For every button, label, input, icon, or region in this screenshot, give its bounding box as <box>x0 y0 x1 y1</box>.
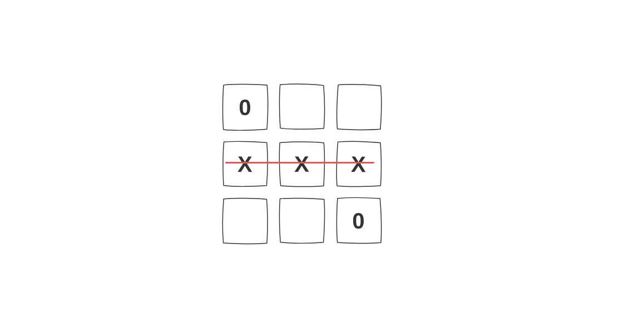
cell-0-1[interactable] <box>276 81 328 133</box>
cell-mark: X <box>351 153 366 175</box>
cell-2-2[interactable]: 0 <box>333 195 385 247</box>
cell-mark: X <box>294 153 310 175</box>
cell-2-0[interactable] <box>220 196 271 247</box>
cell-1-0[interactable]: X <box>220 138 271 190</box>
cell-border-icon <box>334 82 385 133</box>
cell-2-1[interactable] <box>276 195 328 246</box>
cell-mark: X <box>237 153 253 175</box>
game-stage: 0 X X <box>0 0 644 322</box>
cell-border-icon <box>276 81 328 133</box>
cell-1-2[interactable]: X <box>333 138 385 190</box>
tic-tac-toe-board: 0 X X <box>220 82 387 249</box>
win-strike-line <box>225 162 374 164</box>
cell-0-2[interactable] <box>334 82 385 133</box>
cell-mark: 0 <box>352 210 365 232</box>
cell-border-icon <box>276 195 328 246</box>
cell-0-0[interactable]: 0 <box>220 82 271 133</box>
cell-1-1[interactable]: X <box>276 138 328 190</box>
cell-mark: 0 <box>239 96 252 118</box>
cell-border-icon <box>220 196 271 247</box>
